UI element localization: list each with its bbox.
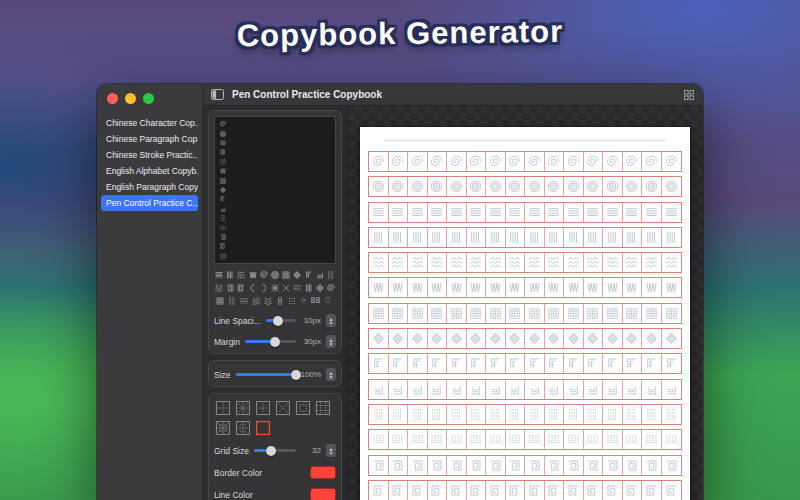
practice-cell xyxy=(623,177,643,196)
sidebar-item[interactable]: Pen Control Practice C... xyxy=(101,195,198,211)
v-lines-glyph xyxy=(488,230,503,245)
palette-glyph-button[interactable] xyxy=(304,282,314,293)
stepper-control[interactable]: ▲▼ xyxy=(326,314,336,327)
spiral-circle-glyph xyxy=(546,154,561,169)
practice-cell xyxy=(662,380,682,399)
practice-cell xyxy=(408,430,428,449)
zoom-button[interactable] xyxy=(143,93,154,104)
practice-cell xyxy=(525,177,545,196)
l-steps-glyph xyxy=(429,382,444,397)
palette-glyph-button[interactable] xyxy=(304,269,314,280)
palette-glyph-button[interactable] xyxy=(281,282,291,293)
grid-style-mi2[interactable] xyxy=(214,419,231,436)
square-spiral-ccw-glyph xyxy=(236,283,246,293)
practice-cell xyxy=(428,354,448,373)
practice-cell xyxy=(428,177,448,196)
border-color-swatch[interactable] xyxy=(310,466,336,479)
grid-style-tian2[interactable] xyxy=(234,419,251,436)
palette-glyph-button[interactable] xyxy=(270,282,280,293)
palette-glyph-button[interactable] xyxy=(262,295,273,306)
palette-glyph-button[interactable] xyxy=(238,295,249,306)
palette-glyph-button[interactable] xyxy=(286,295,297,306)
slider-track[interactable] xyxy=(236,373,296,376)
palette-glyph-button[interactable] xyxy=(292,269,302,280)
grid-style-shi[interactable] xyxy=(254,399,271,416)
palette-glyph-button[interactable]: ☆ xyxy=(298,295,309,306)
preview-canvas[interactable] xyxy=(348,106,703,500)
sidebar-item[interactable]: English Paragraph Copy... xyxy=(101,179,198,195)
export-grid-icon[interactable] xyxy=(684,90,694,100)
grid-glyph xyxy=(410,306,425,321)
palette-glyph-button[interactable]: 88 xyxy=(310,295,321,306)
sidebar-item[interactable]: English Alphabet Copyb... xyxy=(101,163,198,179)
grid-style-blank-selected[interactable] xyxy=(254,419,271,436)
practice-cell xyxy=(642,329,662,348)
palette-glyph-button[interactable] xyxy=(281,269,291,280)
slider-track[interactable] xyxy=(266,319,296,322)
line-color-swatch[interactable] xyxy=(310,488,336,500)
palette-glyph-button[interactable] xyxy=(274,295,285,306)
grid-style-mi[interactable] xyxy=(234,399,251,416)
practice-cell xyxy=(486,304,506,323)
glyph-text-editor[interactable] xyxy=(214,116,336,264)
slider-knob[interactable] xyxy=(270,337,280,347)
slider-track[interactable] xyxy=(254,449,296,452)
practice-cell xyxy=(564,253,584,272)
palette-glyph-button[interactable] xyxy=(214,295,225,306)
palette-glyph-button[interactable]: ♡ xyxy=(322,295,333,306)
palette-glyph-button[interactable] xyxy=(292,282,302,293)
palette-glyph-button[interactable] xyxy=(236,282,246,293)
palette-glyph-button[interactable] xyxy=(250,295,261,306)
grid-style-tian[interactable] xyxy=(214,399,231,416)
palette-glyph-button[interactable] xyxy=(315,282,325,293)
practice-cell xyxy=(662,329,682,348)
angular-spiral-glyph xyxy=(371,356,386,371)
h-zigzag-glyph xyxy=(449,255,464,270)
stepper-control[interactable]: ▲▼ xyxy=(326,444,336,457)
palette-glyph-button[interactable] xyxy=(214,269,224,280)
slider-knob[interactable] xyxy=(273,316,283,326)
stepper-control[interactable]: ▲▼ xyxy=(326,335,336,348)
grid-style-x[interactable] xyxy=(274,399,291,416)
palette-glyph-button[interactable] xyxy=(326,282,336,293)
practice-cell xyxy=(545,430,565,449)
spiral-circle-glyph xyxy=(219,120,227,128)
practice-cell xyxy=(369,405,389,424)
slider-track[interactable] xyxy=(245,340,296,343)
square-spiral-cw-glyph xyxy=(225,283,235,293)
practice-row-grid xyxy=(368,303,682,324)
grid-style-jing[interactable] xyxy=(314,399,331,416)
palette-glyph-button[interactable] xyxy=(248,282,258,293)
practice-cell xyxy=(486,203,506,222)
h-lines-glyph xyxy=(214,270,224,280)
slider-knob[interactable] xyxy=(291,370,301,380)
v-lines-glyph xyxy=(624,230,639,245)
practice-cell xyxy=(506,203,526,222)
palette-glyph-button[interactable] xyxy=(315,269,325,280)
spiral-circle-glyph xyxy=(605,154,620,169)
palette-glyph-button[interactable] xyxy=(259,282,269,293)
palette-glyph-button[interactable] xyxy=(226,295,237,306)
palette-glyph-button[interactable] xyxy=(259,269,269,280)
l-steps-glyph xyxy=(219,205,227,213)
palette-glyph-button[interactable] xyxy=(214,282,224,293)
minimize-button[interactable] xyxy=(125,93,136,104)
sidebar-toggle-icon[interactable] xyxy=(211,89,224,100)
palette-glyph-button[interactable] xyxy=(225,282,235,293)
sidebar-item[interactable]: Chinese Character Cop... xyxy=(101,115,198,131)
close-button[interactable] xyxy=(107,93,118,104)
h-zigzag-glyph xyxy=(527,255,542,270)
palette-glyph-button[interactable] xyxy=(225,269,235,280)
sidebar-item[interactable]: Chinese Paragraph Cop... xyxy=(101,131,198,147)
h-lines-glyph xyxy=(527,205,542,220)
slider-knob[interactable] xyxy=(266,446,276,456)
stepper-control[interactable]: ▲▼ xyxy=(326,368,336,381)
palette-glyph-button[interactable] xyxy=(270,269,280,280)
v-dashes-glyph xyxy=(390,407,405,422)
practice-cell xyxy=(603,177,623,196)
sidebar-item[interactable]: Chinese Stroke Practic... xyxy=(101,147,198,163)
palette-glyph-button[interactable] xyxy=(248,269,258,280)
palette-glyph-button[interactable] xyxy=(326,269,336,280)
palette-glyph-button[interactable] xyxy=(236,269,246,280)
grid-style-hui[interactable] xyxy=(294,399,311,416)
